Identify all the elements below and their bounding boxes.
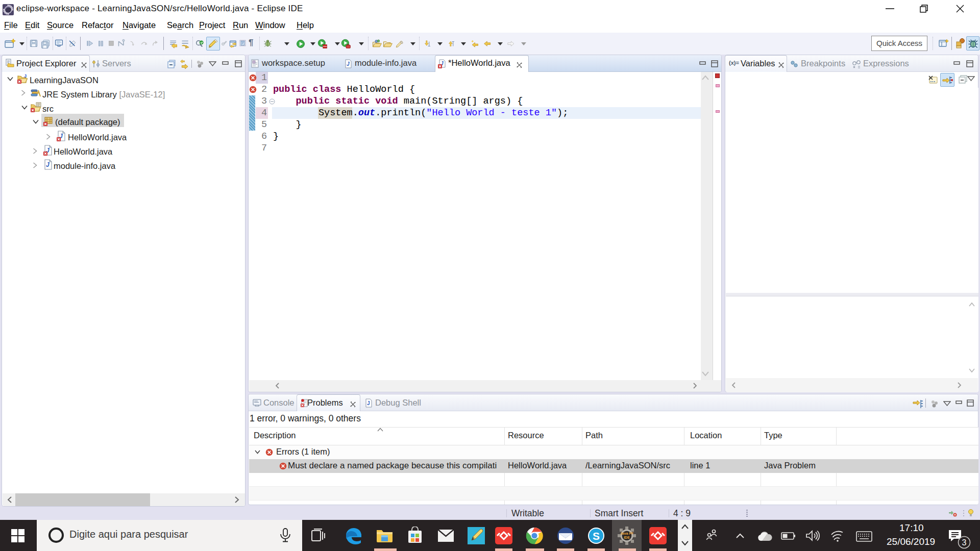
- svg-text:3: 3: [962, 538, 967, 547]
- svg-text:J: J: [347, 61, 350, 67]
- svg-text:Java FF: Java FF: [620, 532, 634, 535]
- svg-text:IDE: IDE: [624, 536, 630, 539]
- svg-text:J: J: [367, 400, 370, 406]
- svg-text:J: J: [24, 73, 27, 79]
- svg-text:J: J: [46, 161, 50, 168]
- svg-text:S: S: [593, 530, 600, 542]
